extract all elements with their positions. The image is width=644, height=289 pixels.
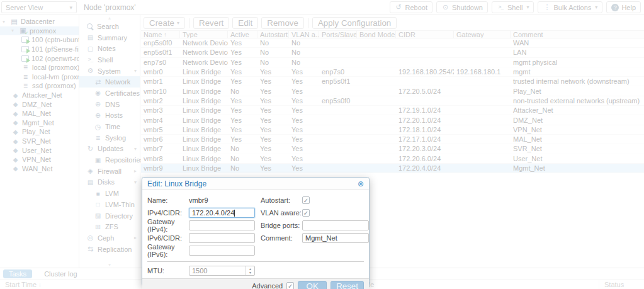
advanced-label: Advanced bbox=[252, 282, 283, 289]
dialog-header[interactable]: Edit: Linux Bridge ⊗ bbox=[142, 178, 369, 190]
vlan-aware-checkbox[interactable] bbox=[302, 209, 310, 217]
advanced-divider bbox=[147, 261, 364, 262]
comment-field[interactable] bbox=[302, 233, 369, 243]
gateway-ipv4-field[interactable] bbox=[189, 220, 255, 230]
bridge-ports-label: Bridge ports: bbox=[261, 222, 302, 229]
text-caret bbox=[234, 210, 235, 217]
name-value: vmbr9 bbox=[189, 196, 208, 204]
dialog-right-column: Autostart: VLAN aware: Bridge ports: Com… bbox=[261, 195, 369, 258]
ipv6-cidr-label: IPv6/CIDR: bbox=[147, 234, 189, 242]
dialog-body: Name: vmbr9 IPv4/CIDR: 172.20.4.0/24 Gat… bbox=[142, 190, 369, 278]
autostart-label: Autostart: bbox=[261, 196, 302, 204]
bridge-ports-field[interactable] bbox=[302, 220, 369, 230]
gateway-ipv4-label: Gateway (IPv4): bbox=[147, 218, 189, 233]
vlan-aware-label: VLAN aware: bbox=[261, 209, 302, 217]
gateway-ipv6-label: Gateway (IPv6): bbox=[147, 243, 189, 258]
ipv4-cidr-label: IPv4/CIDR: bbox=[147, 209, 189, 217]
reset-button[interactable]: Reset bbox=[330, 281, 364, 289]
comment-label: Comment: bbox=[261, 234, 302, 242]
autostart-checkbox[interactable] bbox=[302, 196, 310, 204]
advanced-checkbox[interactable] bbox=[286, 282, 294, 289]
close-icon[interactable]: ⊗ bbox=[358, 179, 364, 188]
proxmox-app: Server View ▾ Node 'proxmox' Reboot Shut… bbox=[0, 0, 644, 289]
dialog-footer: Advanced OK Reset bbox=[142, 278, 369, 289]
spinner-arrows-icon[interactable]: ▴▾ bbox=[246, 266, 254, 275]
dialog-left-column: Name: vmbr9 IPv4/CIDR: 172.20.4.0/24 Gat… bbox=[147, 195, 261, 258]
dialog-title: Edit: Linux Bridge bbox=[147, 179, 206, 188]
edit-bridge-dialog: Edit: Linux Bridge ⊗ Name: vmbr9 IPv4/CI… bbox=[142, 177, 370, 286]
ipv4-cidr-value: 172.20.4.0/24 bbox=[192, 209, 234, 217]
name-label: Name: bbox=[147, 196, 189, 204]
mtu-stepper[interactable]: ▴▾ bbox=[189, 266, 255, 276]
gateway-ipv6-field[interactable] bbox=[189, 246, 255, 256]
ipv4-cidr-field[interactable]: 172.20.4.0/24 bbox=[189, 208, 255, 218]
ipv6-cidr-field[interactable] bbox=[189, 233, 255, 243]
mtu-label: MTU: bbox=[147, 267, 189, 275]
ok-button[interactable]: OK bbox=[298, 281, 327, 289]
